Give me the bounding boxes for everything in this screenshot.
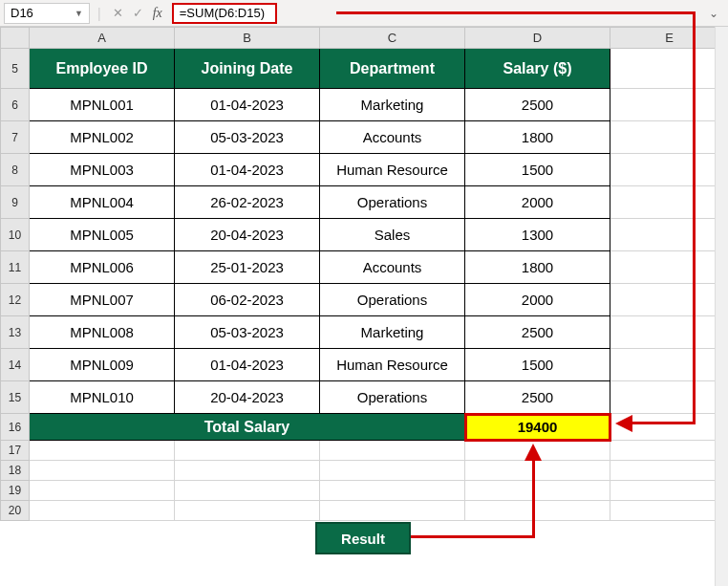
col-header-c[interactable]: C [320, 28, 465, 49]
cell-salary[interactable]: 2000 [465, 186, 610, 219]
col-header-a[interactable]: A [30, 28, 175, 49]
cell[interactable] [610, 481, 729, 501]
row-header[interactable]: 9 [1, 186, 30, 219]
cell-joining-date[interactable]: 01-04-2023 [175, 154, 320, 186]
col-header-b[interactable]: B [175, 28, 320, 49]
cancel-icon[interactable]: ✕ [113, 6, 123, 20]
cell[interactable] [320, 441, 465, 461]
cell-department[interactable]: Operations [320, 284, 465, 316]
row-header[interactable]: 11 [1, 251, 30, 284]
row-header[interactable]: 7 [1, 121, 30, 154]
cell-joining-date[interactable]: 20-04-2023 [175, 219, 320, 251]
row-header[interactable]: 18 [1, 461, 30, 481]
cell-salary[interactable]: 2500 [465, 316, 610, 349]
cell-department[interactable]: Marketing [320, 89, 465, 121]
select-all-corner[interactable] [1, 28, 30, 49]
name-box[interactable]: D16 ▼ [4, 3, 90, 24]
cell-employee-id[interactable]: MPNL002 [30, 121, 175, 154]
cell[interactable] [320, 461, 465, 481]
fx-icon[interactable]: fx [153, 6, 162, 21]
cell[interactable] [175, 481, 320, 501]
cell-employee-id[interactable]: MPNL006 [30, 251, 175, 284]
cell-joining-date[interactable]: 05-03-2023 [175, 316, 320, 349]
header-salary[interactable]: Salary ($) [465, 49, 610, 89]
expand-formula-icon[interactable]: ⌄ [703, 7, 724, 20]
row-header[interactable]: 16 [1, 414, 30, 441]
cell[interactable] [610, 316, 729, 349]
cell[interactable] [320, 481, 465, 501]
cell-joining-date[interactable]: 05-03-2023 [175, 121, 320, 154]
row-header[interactable]: 20 [1, 501, 30, 521]
cell[interactable] [610, 284, 729, 316]
cell-joining-date[interactable]: 01-04-2023 [175, 349, 320, 381]
total-value-cell[interactable]: 19400 [465, 414, 610, 441]
col-header-d[interactable]: D [465, 28, 610, 49]
cell-department[interactable]: Operations [320, 381, 465, 414]
cell[interactable] [320, 501, 465, 521]
row-header[interactable]: 14 [1, 349, 30, 381]
cell-employee-id[interactable]: MPNL009 [30, 349, 175, 381]
cell-salary[interactable]: 1800 [465, 251, 610, 284]
cell-salary[interactable]: 1500 [465, 349, 610, 381]
cell[interactable] [465, 501, 610, 521]
cell-employee-id[interactable]: MPNL010 [30, 381, 175, 414]
cell[interactable] [30, 461, 175, 481]
cell[interactable] [175, 461, 320, 481]
cell[interactable] [610, 501, 729, 521]
cell-department[interactable]: Accounts [320, 121, 465, 154]
cell-joining-date[interactable]: 26-02-2023 [175, 186, 320, 219]
cell-employee-id[interactable]: MPNL004 [30, 186, 175, 219]
cell[interactable] [610, 49, 729, 89]
header-employee-id[interactable]: Employee ID [30, 49, 175, 89]
row-header[interactable]: 5 [1, 49, 30, 89]
cell-employee-id[interactable]: MPNL007 [30, 284, 175, 316]
cell[interactable] [610, 461, 729, 481]
row-header[interactable]: 10 [1, 219, 30, 251]
header-department[interactable]: Department [320, 49, 465, 89]
total-label[interactable]: Total Salary [30, 414, 465, 441]
cell-joining-date[interactable]: 01-04-2023 [175, 89, 320, 121]
cell-department[interactable]: Sales [320, 219, 465, 251]
cell-employee-id[interactable]: MPNL005 [30, 219, 175, 251]
row-header[interactable]: 19 [1, 481, 30, 501]
cell[interactable] [610, 219, 729, 251]
cell-salary[interactable]: 1500 [465, 154, 610, 186]
cell[interactable] [30, 441, 175, 461]
cell-salary[interactable]: 1300 [465, 219, 610, 251]
cell[interactable] [610, 121, 729, 154]
cell-salary[interactable]: 2500 [465, 89, 610, 121]
cell-department[interactable]: Human Resource [320, 349, 465, 381]
header-joining-date[interactable]: Joining Date [175, 49, 320, 89]
row-header[interactable]: 6 [1, 89, 30, 121]
cell[interactable] [465, 481, 610, 501]
cell-department[interactable]: Human Resource [320, 154, 465, 186]
cell[interactable] [610, 441, 729, 461]
cell-department[interactable]: Operations [320, 186, 465, 219]
cell-employee-id[interactable]: MPNL001 [30, 89, 175, 121]
cell-salary[interactable]: 2500 [465, 381, 610, 414]
cell-salary[interactable]: 1800 [465, 121, 610, 154]
cell-department[interactable]: Marketing [320, 316, 465, 349]
row-header[interactable]: 12 [1, 284, 30, 316]
row-header[interactable]: 8 [1, 154, 30, 186]
enter-icon[interactable]: ✓ [133, 6, 143, 20]
cell-joining-date[interactable]: 06-02-2023 [175, 284, 320, 316]
cell[interactable] [610, 89, 729, 121]
cell-joining-date[interactable]: 20-04-2023 [175, 381, 320, 414]
cell-joining-date[interactable]: 25-01-2023 [175, 251, 320, 284]
row-header[interactable]: 15 [1, 381, 30, 414]
chevron-down-icon[interactable]: ▼ [75, 9, 83, 18]
vertical-scrollbar[interactable] [715, 27, 728, 586]
row-header[interactable]: 17 [1, 441, 30, 461]
cell[interactable] [465, 461, 610, 481]
cell[interactable] [610, 186, 729, 219]
cell[interactable] [610, 349, 729, 381]
col-header-e[interactable]: E [610, 28, 729, 49]
cell[interactable] [610, 154, 729, 186]
cell-employee-id[interactable]: MPNL003 [30, 154, 175, 186]
cell[interactable] [175, 441, 320, 461]
cell-department[interactable]: Accounts [320, 251, 465, 284]
cell-salary[interactable]: 2000 [465, 284, 610, 316]
cell[interactable] [610, 251, 729, 284]
row-header[interactable]: 13 [1, 316, 30, 349]
